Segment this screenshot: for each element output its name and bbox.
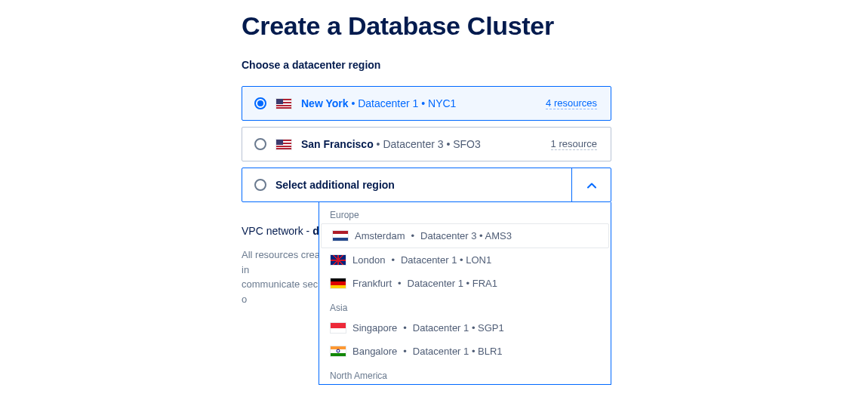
region-dropdown-panel: Europe Amsterdam • Datacenter 3 • AMS3 L… bbox=[319, 202, 611, 385]
dropdown-item-detail: Datacenter 1 • FRA1 bbox=[408, 278, 497, 289]
dropdown-group-europe: Europe bbox=[319, 202, 611, 223]
region-name: New York bbox=[301, 97, 349, 109]
dropdown-item-city: Amsterdam bbox=[355, 230, 405, 241]
dropdown-group-northamerica: North America bbox=[319, 363, 611, 384]
select-label: Select additional region bbox=[275, 179, 395, 191]
dropdown-item-london[interactable]: London • Datacenter 1 • LON1 bbox=[319, 248, 611, 272]
dropdown-item-frankfurt[interactable]: Frankfurt • Datacenter 1 • FRA1 bbox=[319, 272, 611, 295]
dropdown-item-amsterdam[interactable]: Amsterdam • Datacenter 3 • AMS3 bbox=[321, 223, 609, 248]
vpc-title-prefix: VPC network - bbox=[242, 225, 312, 237]
dropdown-item-singapore[interactable]: Singapore • Datacenter 1 • SGP1 bbox=[319, 316, 611, 340]
dropdown-item-detail: Datacenter 1 • BLR1 bbox=[413, 346, 503, 357]
dropdown-item-city: Singapore bbox=[352, 322, 397, 334]
page-title: Create a Database Cluster bbox=[242, 11, 611, 41]
flag-de-icon bbox=[330, 278, 346, 289]
dropdown-group-asia: Asia bbox=[319, 295, 611, 316]
flag-us-icon bbox=[275, 139, 292, 150]
flag-us-icon bbox=[275, 98, 292, 109]
flag-sg-icon bbox=[330, 322, 346, 334]
section-label: Choose a datacenter region bbox=[242, 59, 611, 71]
resources-link[interactable]: 4 resources bbox=[546, 97, 597, 109]
flag-uk-icon bbox=[330, 254, 346, 266]
region-label: San Francisco • Datacenter 3 • SFO3 bbox=[301, 138, 542, 150]
region-detail: • Datacenter 1 • NYC1 bbox=[349, 97, 457, 109]
radio-icon bbox=[254, 138, 266, 150]
dropdown-item-city: Bangalore bbox=[352, 346, 397, 357]
dropdown-item-city: London bbox=[352, 254, 385, 266]
flag-in-icon bbox=[330, 346, 346, 357]
resources-link[interactable]: 1 resource bbox=[551, 138, 597, 150]
dropdown-item-detail: Datacenter 1 • SGP1 bbox=[413, 322, 504, 334]
additional-region-select[interactable]: Select additional region bbox=[242, 168, 611, 202]
dropdown-item-detail: Datacenter 1 • LON1 bbox=[401, 254, 491, 266]
flag-nl-icon bbox=[332, 230, 349, 241]
dropdown-item-sep: • bbox=[403, 322, 407, 334]
radio-icon bbox=[254, 97, 266, 109]
region-label: New York • Datacenter 1 • NYC1 bbox=[301, 97, 537, 109]
dropdown-item-sep: • bbox=[403, 346, 407, 357]
dropdown-item-sep: • bbox=[391, 254, 395, 266]
additional-region-select-container: Select additional region Europe Amsterda… bbox=[242, 168, 611, 202]
select-caret-button[interactable] bbox=[571, 168, 611, 201]
region-option-newyork[interactable]: New York • Datacenter 1 • NYC1 4 resourc… bbox=[242, 86, 611, 121]
dropdown-item-sep: • bbox=[398, 278, 402, 289]
chevron-up-icon bbox=[587, 180, 596, 190]
dropdown-item-detail: Datacenter 3 • AMS3 bbox=[420, 230, 512, 241]
region-name: San Francisco bbox=[301, 138, 374, 150]
region-option-sanfrancisco[interactable]: San Francisco • Datacenter 3 • SFO3 1 re… bbox=[242, 127, 611, 161]
dropdown-item-bangalore[interactable]: Bangalore • Datacenter 1 • BLR1 bbox=[319, 340, 611, 363]
dropdown-item-city: Frankfurt bbox=[352, 278, 392, 289]
dropdown-item-sep: • bbox=[411, 230, 414, 241]
radio-icon bbox=[254, 179, 266, 191]
region-detail: • Datacenter 3 • SFO3 bbox=[374, 138, 481, 150]
